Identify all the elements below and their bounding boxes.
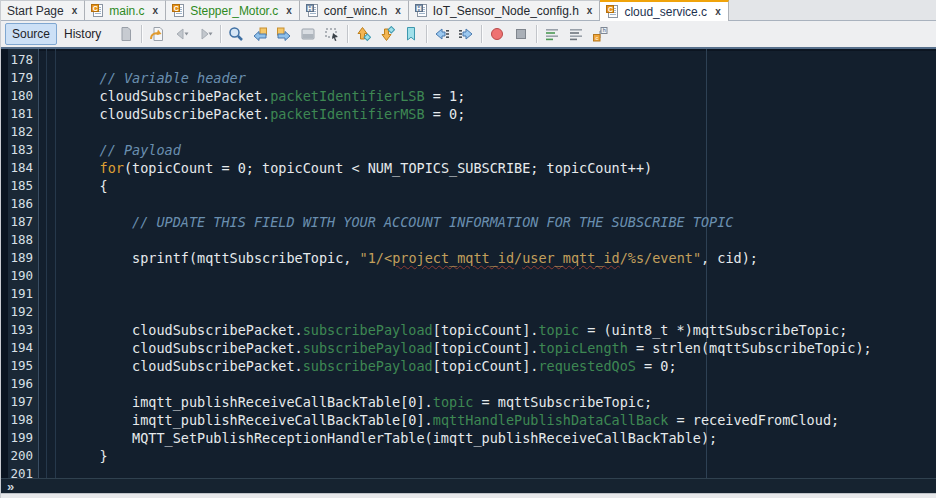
code-text[interactable]: [67, 231, 936, 249]
jump-to-last-edit-button[interactable]: [145, 23, 169, 45]
stop-macro-recording-icon: [513, 26, 529, 42]
tab-iot-sensor-node-config-h[interactable]: HIoT_Sensor_Node_config.hx: [409, 0, 601, 20]
breadcrumb-expand-icon[interactable]: »: [7, 480, 14, 493]
rectangular-selection-button[interactable]: [320, 23, 344, 45]
forward-button[interactable]: [193, 23, 217, 45]
line-number[interactable]: 188: [1, 231, 38, 249]
tab-close-icon[interactable]: x: [286, 6, 292, 16]
next-bookmark-button[interactable]: [375, 23, 399, 45]
last-edited-document-button[interactable]: [114, 23, 138, 45]
find-previous-button[interactable]: [248, 23, 272, 45]
code-text[interactable]: cloudSubscribePacket.packetIdentifierMSB…: [67, 105, 936, 123]
find-previous-icon: [252, 26, 268, 42]
toggle-highlight-search-button[interactable]: [296, 23, 320, 45]
toolbar-group-separator: [426, 25, 427, 43]
toggle-bookmark-button[interactable]: [399, 23, 423, 45]
line-number[interactable]: 197: [1, 393, 38, 411]
code-text[interactable]: imqtt_publishReceiveCallBackTable[0].top…: [67, 393, 936, 411]
line-number[interactable]: 191: [1, 285, 38, 303]
line-number[interactable]: 186: [1, 195, 38, 213]
shift-line-left-button[interactable]: [430, 23, 454, 45]
code-text[interactable]: [67, 51, 936, 69]
line-number[interactable]: 192: [1, 303, 38, 321]
comment-lines-icon: [544, 26, 560, 42]
code-text[interactable]: cloudSubscribePacket.subscribePayload[to…: [67, 357, 936, 375]
back-button[interactable]: [169, 23, 193, 45]
line-number[interactable]: 199: [1, 429, 38, 447]
code-text[interactable]: // Payload: [67, 141, 936, 159]
code-line: 182: [1, 123, 936, 141]
code-text[interactable]: }: [67, 447, 936, 465]
tab-close-icon[interactable]: x: [587, 6, 593, 16]
code-line: 187 // UPDATE THIS FIELD WITH YOUR ACCOU…: [1, 213, 936, 231]
line-number[interactable]: 184: [1, 159, 38, 177]
code-text[interactable]: imqtt_publishReceiveCallBackTable[0].mqt…: [67, 411, 936, 429]
tab-stepper-motor-c[interactable]: CStepper_Motor.cx: [166, 0, 300, 20]
code-text[interactable]: cloudSubscribePacket.subscribePayload[to…: [67, 339, 936, 357]
code-text[interactable]: cloudSubscribePacket.packetIdentifierLSB…: [67, 87, 936, 105]
line-number[interactable]: 179: [1, 69, 38, 87]
line-number[interactable]: 196: [1, 375, 38, 393]
code-editor[interactable]: 178179 // Variable header180 cloudSubscr…: [1, 49, 936, 478]
code-text[interactable]: [67, 303, 936, 321]
code-line: 201: [1, 465, 936, 478]
line-number[interactable]: 189: [1, 249, 38, 267]
ide-window: Start PagexCmain.cxCStepper_Motor.cxHcon…: [0, 0, 936, 498]
tab-close-icon[interactable]: x: [153, 6, 159, 16]
comment-lines-button[interactable]: [540, 23, 564, 45]
code-text[interactable]: [67, 267, 936, 285]
code-text[interactable]: MQTT_SetPublishReceptionHandlerTable(imq…: [67, 429, 936, 447]
line-number[interactable]: 201: [1, 465, 38, 478]
find-selection-button[interactable]: [224, 23, 248, 45]
line-number[interactable]: 190: [1, 267, 38, 285]
history-view-button[interactable]: History: [57, 23, 108, 45]
source-view-button[interactable]: Source: [5, 23, 57, 45]
uncomment-lines-button[interactable]: [564, 23, 588, 45]
code-text[interactable]: // Variable header: [67, 69, 936, 87]
line-number[interactable]: 198: [1, 411, 38, 429]
code-text[interactable]: sprintf(mqttSubscribeTopic, "1/<project_…: [67, 249, 936, 267]
line-number[interactable]: 182: [1, 123, 38, 141]
previous-bookmark-button[interactable]: [351, 23, 375, 45]
code-line: 194 cloudSubscribePacket.subscribePayloa…: [1, 339, 936, 357]
start-macro-recording-button[interactable]: [485, 23, 509, 45]
code-text[interactable]: for(topicCount = 0; topicCount < NUM_TOP…: [67, 159, 936, 177]
line-number[interactable]: 195: [1, 357, 38, 375]
stop-macro-recording-button[interactable]: [509, 23, 533, 45]
code-text[interactable]: [67, 285, 936, 303]
line-number[interactable]: 181: [1, 105, 38, 123]
code-text[interactable]: [67, 123, 936, 141]
line-number[interactable]: 187: [1, 213, 38, 231]
tab-label: conf_winc.h: [324, 4, 387, 18]
line-number[interactable]: 194: [1, 339, 38, 357]
toggle-header-source-button[interactable]: hc: [588, 23, 612, 45]
tab-close-icon[interactable]: x: [715, 7, 721, 17]
shift-line-right-button[interactable]: [454, 23, 478, 45]
find-next-button[interactable]: [272, 23, 296, 45]
toolbar-group-separator: [220, 25, 221, 43]
code-text[interactable]: // UPDATE THIS FIELD WITH YOUR ACCOUNT I…: [67, 213, 936, 231]
tab-close-icon[interactable]: x: [395, 6, 401, 16]
line-number[interactable]: 180: [1, 87, 38, 105]
line-number[interactable]: 200: [1, 447, 38, 465]
line-number[interactable]: 183: [1, 141, 38, 159]
toolbar-group-separator: [481, 25, 482, 43]
last-edited-document-icon: [118, 26, 134, 42]
shift-line-left-icon: [434, 26, 450, 42]
code-text[interactable]: cloudSubscribePacket.subscribePayload[to…: [67, 321, 936, 339]
line-number[interactable]: 178: [1, 51, 38, 69]
tab-main-c[interactable]: Cmain.cx: [85, 0, 166, 20]
tab-cloud-service-c[interactable]: Ccloud_service.cx: [600, 0, 728, 21]
code-line: 192: [1, 303, 936, 321]
tab-start-page[interactable]: Start Pagex: [1, 0, 85, 20]
tab-close-icon[interactable]: x: [72, 6, 78, 16]
line-number[interactable]: 193: [1, 321, 38, 339]
code-text[interactable]: [67, 195, 936, 213]
tab-conf-winc-h[interactable]: Hconf_winc.hx: [300, 0, 409, 20]
code-line: 191: [1, 285, 936, 303]
code-text[interactable]: [67, 375, 936, 393]
code-text[interactable]: [67, 465, 936, 478]
code-text[interactable]: {: [67, 177, 936, 195]
line-number[interactable]: 185: [1, 177, 38, 195]
c-source-file-icon: C: [172, 4, 186, 18]
